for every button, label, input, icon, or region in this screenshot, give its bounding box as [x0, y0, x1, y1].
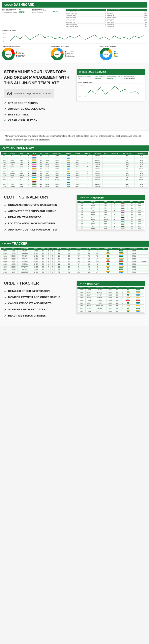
table-row: 1012DressesChanelM$500Formal12/1/2022New… [1, 179, 148, 181]
svg-text:58.5%: 58.5% [6, 53, 11, 55]
mini-trend-section: SALES / RENTAL TREND $2,000 $1,000 $0 [77, 81, 145, 101]
feature-item-1: ✓ 3 TABS FOR TRACKING [4, 101, 72, 105]
payment-status-title: ORDERS BY PAYMENT STATUS [2, 46, 49, 47]
mini-tracker-card: ORDER TRACKER ORDER ID DATE CUSTOMER NAM… [76, 281, 145, 314]
list-item: ORD0092/8/2024James Taylor555-010910141P… [78, 302, 144, 303]
mini-stat-avg: AVERAGE ORDER VALUE $ 844.56 [107, 76, 122, 79]
tr-feature-5: ✓ REAL-TIME STATUS UPDATES [4, 314, 72, 318]
order-tracker-section: ORDER TRACKER ORDER ID DATE CUSTOMER NAM… [0, 241, 149, 275]
list-item: ORD0102/12/2024Amanda White555-011010063… [78, 303, 144, 304]
inv-check-2: ✓ [4, 210, 6, 214]
tr-feature-text-1: DETAILED ORDER INFORMATION [8, 290, 50, 293]
table-row: 1008TopsGapL$45Casual8/20/2022FairCloset… [1, 170, 148, 172]
table-row: ORD0051/20/2024Robert Wilson555-01051003… [1, 256, 148, 258]
tr-check-4: ✓ [4, 308, 6, 312]
mini-stat-right: TOTAL ITEMS SOLD STOCK QUANTITY [124, 76, 136, 79]
list-item: 1001TopsGucciM$120Casual [78, 203, 144, 204]
tracker-table: ORDER ID DATE CUSTOMER NAME CONTACT ITEM… [1, 248, 148, 274]
feature-item-3: ✓ EASY EDITABLE [4, 113, 72, 116]
list-item: ORD0082/5/2024Lisa Anderson555-010810121… [78, 300, 144, 302]
list-item: ORD0021/8/2024Sarah Johnson555-010210021… [78, 290, 144, 292]
inventory-features-section: CLOTHING INVENTORY ✓ ORGANIZED INVENTORY… [0, 189, 149, 241]
payment-donut-svg: 58.5% [2, 48, 15, 60]
table-row: ORD0061/22/2024Jennifer Lee555-01061009X… [1, 258, 148, 259]
list-item: ORD0011/5/2024John Smith555-010110012Pai… [78, 289, 144, 290]
svg-text:$0: $0 [80, 96, 81, 97]
tr-feature-text-5: REAL-TIME STATUS UPDATES [8, 314, 46, 318]
table-row: ORD0031/12/2024Michael Brown555-01031005… [1, 253, 148, 254]
table-row: 1003DressesH&ML$95Casual3/20/2022FairClo… [1, 159, 148, 161]
clothing-word: CLOTHING [4, 195, 24, 199]
trend-title: SALES / RENTAL TREND [2, 30, 147, 31]
list-item: 1015OuterwearMonclerL$350Casual [78, 228, 144, 230]
svg-text:20%: 20% [104, 53, 108, 55]
top-customers-block: TOP 10 CUSTOMERS Joshua Fisher$3,867 Ann… [107, 9, 147, 29]
table-row: ORD0092/8/2024James Taylor555-01091014M1… [1, 262, 148, 264]
list-item: ORD0143/1/2024Ashley Martinez555-0114101… [78, 310, 144, 311]
mini-inventory-label: INVENTORY [90, 196, 105, 199]
list-item: 1007DressesVersaceM$300Formal [78, 214, 144, 215]
mini-trend-chart: $2,000 $1,000 $0 [78, 83, 143, 99]
inventory-condition-title: INVENTORY BY CONDITION [100, 46, 147, 47]
tracker-features-left: ORDER TRACKER ✓ DETAILED ORDER INFORMATI… [4, 281, 72, 320]
inv-feature-3: ✓ DETAILED ITEM RECORDS [4, 216, 72, 220]
clothing-inventory-section: CLOTHING INVENTORY ITEM ID CATEGORY BRAN… [0, 146, 149, 189]
tr-feature-1: ✓ DETAILED ORDER INFORMATION [4, 290, 72, 293]
marketing-headline: STREAMLINE YOUR INVENTORY AND ORDER MANA… [4, 69, 72, 86]
list-item: 1004OuterwearNikeXL$200Sport [78, 208, 144, 210]
tracker-order-label: ORDER [2, 242, 11, 245]
tr-check-5: ✓ [4, 314, 6, 318]
inv-check-1: ✓ [4, 204, 6, 207]
tr-check-1: ✓ [4, 290, 6, 293]
table-row: ORD0082/5/2024Lisa Anderson555-01081012M… [1, 261, 148, 262]
tracker-features-section: ORDER TRACKER ✓ DETAILED ORDER INFORMATI… [0, 275, 149, 326]
tr-feature-text-2: MONITOR PAYMENT AND ORDER STATUS [8, 296, 60, 299]
tracker-title: ORDER TRACKER [4, 281, 72, 286]
mini-inventory-card: CLOTHING INVENTORY ITEM ID CATEGORY BRAN… [76, 195, 145, 230]
mini-clothing-label: CLOTHING [79, 196, 89, 199]
inventory-features-right: CLOTHING INVENTORY ITEM ID CATEGORY BRAN… [76, 195, 145, 230]
stats-values: 52 $ 12,019 $ 844.56 [19, 9, 31, 13]
table-row: ORD0021/8/2024Sarah Johnson555-01021002S… [1, 251, 148, 253]
svg-text:$1,000: $1,000 [80, 90, 83, 92]
right-stats: TOTAL ITEMS SOLD TOTAL SALES AMOUNT STOC… [32, 9, 52, 13]
inventory-condition-chart: INVENTORY BY CONDITION 20% During Good F… [100, 46, 147, 60]
mini-stats-row: TOTAL SALES/RENTALS 52 TOTAL REVENUE $ 1… [77, 75, 145, 81]
marketing-right: ORDER DASHBOARD TOTAL SALES/RENTALS 52 T… [76, 69, 145, 101]
tracker-features-right: ORDER TRACKER ORDER ID DATE CUSTOMER NAM… [76, 281, 145, 314]
tr-feature-3: ✓ CALCULATE COSTS AND PROFITS [4, 302, 72, 306]
inventory-word: INVENTORY [26, 195, 49, 199]
list-item: 1002BottomsZaraS$85Formal [78, 204, 144, 206]
inventory-header-bar: CLOTHING INVENTORY [0, 146, 149, 152]
description-section: Manage your inventory and orders effortl… [0, 130, 149, 146]
svg-text:$30,000: $30,000 [3, 33, 7, 34]
list-item: 1010BottomsCalvin KleinM$110Formal [78, 219, 144, 220]
donut-charts-row: ORDERS BY PAYMENT STATUS 58.5% Paid 58.5… [2, 46, 147, 60]
avg-order-label: AVERAGE ORDER VALUE [2, 12, 18, 13]
table-row: ORD0011/5/2024John Smith555-01011001M2$8… [1, 250, 148, 251]
svg-text:$2,000: $2,000 [80, 85, 83, 86]
list-item: ORD0122/18/2024Jessica Thompson555-01121… [78, 306, 144, 308]
inventory-table-area: ITEM ID CATEGORY BRAND SIZE COLOR PRICE … [0, 152, 149, 188]
check-icon-4: ✓ [4, 118, 6, 122]
table-row: ORD0143/1/2024Ashley Martinez555-0114101… [1, 270, 148, 272]
dashboard-label: DASHBOARD [14, 3, 34, 6]
order-label: ORDER [4, 4, 13, 6]
feature-list: ✓ 3 TABS FOR TRACKING ✓ AUTOMATED CALCUL… [4, 101, 72, 122]
mini-order-label: ORDER [79, 71, 87, 73]
table-row: 1013BottomsUniqloL$60Casual1/10/2023Good… [1, 181, 148, 183]
list-item: 1005TopsPradaM$150Casual [78, 210, 144, 212]
list-item: 1014TopsBurberryM$220Formal [78, 226, 144, 228]
list-item: ORD0061/22/2024Jennifer Lee555-010610091… [78, 297, 144, 298]
tr-check-2: ✓ [4, 296, 6, 300]
tracker-word: TRACKER [20, 281, 39, 285]
table-row: 1007DressesVersaceM$300Formal7/1/2022New… [1, 168, 148, 170]
mini-tracker-label: TRACKER [86, 282, 99, 285]
tr-feature-text-3: CALCULATE COSTS AND PROFITS [8, 302, 52, 305]
svg-text:44.1%: 44.1% [55, 53, 60, 55]
inv-feature-5: ✓ ADDITIONAL DETAILS FOR EACH ITEM [4, 228, 72, 232]
tr-feature-2: ✓ MONITOR PAYMENT AND ORDER STATUS [4, 296, 72, 300]
list-item: 1011TopsTommyS$90Casual [78, 220, 144, 222]
table-row: ORD0132/22/2024Daniel Garcia555-01131013… [1, 269, 148, 270]
top-selling-block: TOP 10 SELLING ITEMS Shorts / Polo Shirt… [66, 9, 106, 29]
